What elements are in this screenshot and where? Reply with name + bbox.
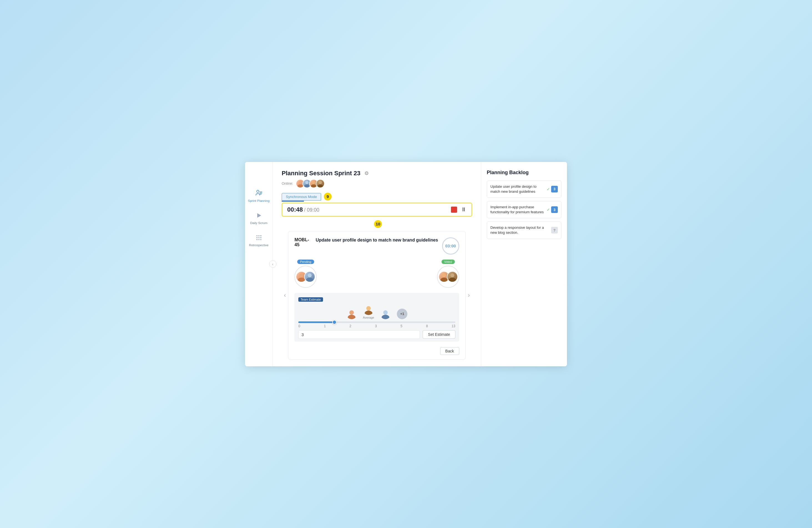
voted-avatar-2 [447,271,458,282]
estimate-avatar-img-3 [380,308,391,319]
team-estimate-label: Team Estimate [298,297,323,302]
badge-10-row: 10 [282,221,472,228]
pending-avatars [296,271,315,282]
estimate-input-row: Set Estimate [298,330,455,339]
sidebar-item-label-sprint-planning: Sprint Planning [248,199,270,202]
slider-label-13: 13 [451,324,455,328]
backlog-item-badge-2: ? [551,227,558,233]
gear-icon[interactable]: ⚙ [364,170,369,176]
mode-tab-row: Synchronous Mode 9 [282,193,472,201]
estimate-avatars-row: Average +1 [298,304,455,319]
svg-point-33 [365,311,373,315]
prev-card-button[interactable]: ‹ [282,292,288,299]
svg-point-12 [258,239,260,240]
svg-point-0 [257,190,259,193]
header-row: Planning Session Sprint 23 ⚙ [282,170,472,177]
estimate-input[interactable] [298,330,420,339]
team-estimate-section: Team Estimate Averag [294,293,459,342]
daily-scrum-icon [256,212,262,220]
svg-point-32 [366,306,371,311]
svg-point-25 [306,277,313,282]
svg-point-27 [440,277,448,282]
badge-10: 10 [374,220,382,228]
card-area-row: ‹ MOBL- 45 Update user profile design to… [282,231,472,360]
backlog-item-text-0: Update user profile design to match new … [490,184,545,194]
next-card-button[interactable]: › [466,292,472,299]
svg-point-18 [312,181,315,184]
sidebar-item-sprint-planning[interactable]: Sprint Planning [245,184,273,208]
svg-point-8 [257,237,258,238]
svg-point-28 [450,273,454,277]
svg-marker-4 [257,213,261,218]
backlog-title: Planning Backlog [487,170,562,176]
online-row: Online: [282,179,472,188]
sidebar-collapse-button[interactable]: ‹ [269,260,276,268]
slider-label-0: 0 [298,324,300,328]
svg-point-21 [318,184,323,187]
sidebar-item-label-daily-scrum: Daily Scrum [250,221,267,225]
badge-9: 9 [324,193,332,200]
svg-point-31 [348,315,356,319]
card-ticket: MOBL- 45 [294,237,315,247]
badge-num-0: 3 [551,186,558,193]
estimate-avatar-img-1 [346,308,357,319]
slider-label-8: 8 [426,324,428,328]
estimate-avatar-avg: Average [363,304,374,319]
right-panel: Planning Backlog Update user profile des… [481,162,567,366]
backlog-item-1[interactable]: Implement in-app purchase functionality … [487,201,562,218]
back-button[interactable]: Back [440,347,459,355]
timer-separator: / [304,207,307,213]
svg-point-22 [300,273,303,277]
svg-point-5 [257,235,258,236]
backlog-item-text-1: Implement in-app purchase functionality … [490,205,545,215]
svg-point-35 [381,315,389,319]
svg-point-10 [260,237,261,238]
backlog-item-2[interactable]: Develop a responsive layout for a new bl… [487,222,562,239]
svg-point-19 [311,184,316,187]
estimate-avatar-1 [346,308,357,319]
avatar-stack [296,179,325,188]
estimate-avatar-3 [380,308,391,319]
timer-display: 00:48 / 09:00 [287,206,319,213]
card-header: MOBL- 45 Update user profile design to m… [294,237,459,255]
svg-point-7 [260,235,261,236]
voted-group: Voted [437,259,459,288]
timer-stop-button[interactable] [451,207,457,213]
slider-label-5: 5 [401,324,402,328]
tab-underline [282,201,304,201]
sidebar-item-retrospective[interactable]: Retrospective [245,230,273,252]
voted-avatars [438,271,458,282]
check-icon-0: ✓ [547,187,550,191]
svg-point-26 [442,273,446,277]
timer-elapsed: 00:48 [287,206,303,213]
svg-point-13 [260,239,261,240]
pending-group: Pending [294,259,317,288]
backlog-item-0[interactable]: Update user profile design to match new … [487,181,562,198]
svg-point-34 [383,310,388,315]
sidebar-item-daily-scrum[interactable]: Daily Scrum [245,208,273,230]
back-btn-row: Back [294,344,459,355]
slider-label-1: 1 [324,324,326,328]
timer-pause-button[interactable]: ⏸ [461,206,466,213]
svg-point-24 [308,273,311,277]
badge-num-1: 3 [551,206,558,213]
pending-avatar-circle [294,266,317,288]
slider-thumb[interactable] [332,320,337,325]
set-estimate-button[interactable]: Set Estimate [423,330,455,338]
slider-label-2: 2 [349,324,351,328]
svg-point-16 [305,181,308,184]
timer-bar: 00:48 / 09:00 ⏸ [282,203,472,216]
card-countdown: 03:00 [442,237,459,255]
synchronous-mode-tab[interactable]: Synchronous Mode [282,193,321,200]
backlog-item-text-2: Develop a responsive layout for a new bl… [490,225,549,235]
retrospective-icon [256,235,262,242]
card-area: MOBL- 45 Update user profile design to m… [288,231,465,360]
avatar-4 [316,179,325,188]
svg-point-14 [299,181,302,184]
timer-controls: ⏸ [451,206,466,213]
app-window: Sprint Planning Daily Scrum [245,162,567,366]
svg-point-17 [304,184,310,187]
slider-wrap[interactable] [298,321,455,323]
main-content: Planning Session Sprint 23 ⚙ Online: [273,162,481,366]
sidebar-item-label-retrospective: Retrospective [249,243,269,247]
